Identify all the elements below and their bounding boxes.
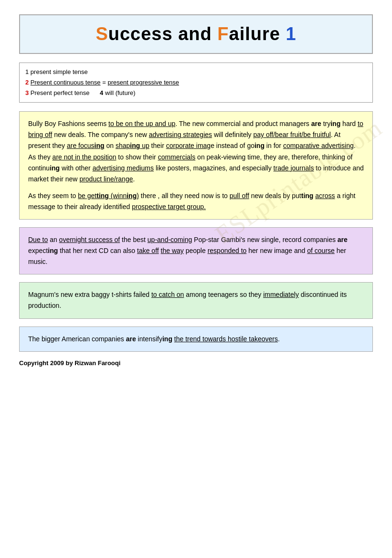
legend-item2-text1: Present continuous tense	[31, 79, 101, 86]
copyright: Copyright 2009 by Rizwan Farooqi	[19, 359, 373, 367]
section1-para2: As they seem to be getting (winning) the…	[28, 190, 364, 212]
section2-para1: Due to an overnight success of the best …	[28, 234, 364, 267]
legend-item4-text: will (future)	[105, 89, 136, 96]
legend-item2: 2 Present continuous tense = present pro…	[25, 77, 179, 88]
legend-item2-text2: present progressive tense	[107, 79, 179, 86]
legend-num2: 2	[25, 79, 29, 86]
legend-row3: 3 Present perfect tense 4 will (future)	[25, 88, 367, 98]
legend-box: 1 present simple tense 2 Present continu…	[19, 63, 373, 103]
legend-num4: 4	[100, 89, 103, 96]
section2-box: Due to an overnight success of the best …	[19, 227, 373, 274]
title-s: S	[95, 24, 108, 44]
legend-eq: =	[102, 79, 107, 86]
section3-para1: Magnum's new extra baggy t-shirts failed…	[28, 289, 364, 311]
legend-item3-text: Present perfect tense	[31, 89, 90, 96]
legend-item1: 1 present simple tense	[25, 67, 88, 77]
section1-para1: Bully Boy Fashions seems to be on the up…	[28, 118, 364, 185]
legend-item3: 3 Present perfect tense 4 will (future)	[25, 88, 136, 98]
page-title: Success and Failure 1	[25, 24, 367, 44]
title-number: 1	[286, 24, 296, 44]
title-middle1: uccess and	[108, 24, 218, 44]
section3-box: Magnum's new extra baggy t-shirts failed…	[19, 282, 373, 318]
legend-row1: 1 present simple tense	[25, 67, 367, 77]
section1-box: Bully Boy Fashions seems to be on the up…	[19, 111, 373, 220]
legend-row2: 2 Present continuous tense = present pro…	[25, 77, 367, 88]
title-f: F	[217, 24, 229, 44]
section4-box: The bigger American companies are intens…	[19, 326, 373, 352]
title-middle2: ailure	[229, 24, 286, 44]
section4-para1: The bigger American companies are intens…	[28, 334, 364, 345]
title-box: Success and Failure 1	[19, 14, 373, 54]
legend-num3: 3	[25, 89, 29, 96]
